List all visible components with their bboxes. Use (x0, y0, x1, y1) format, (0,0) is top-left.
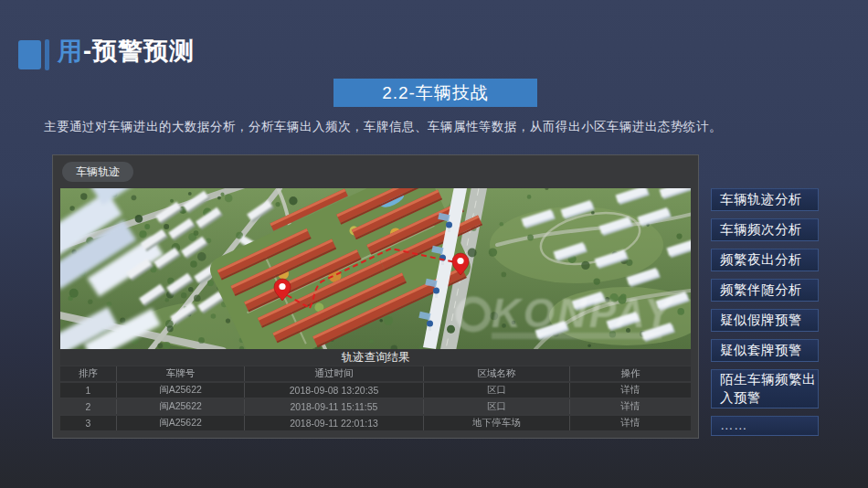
table-row: 1 闽A25622 2018-09-08 13:20:35 区口 详情 (60, 383, 691, 398)
cell-plate: 闽A25622 (117, 383, 245, 398)
aerial-map-graphic: KONPAY (60, 188, 691, 349)
cell-plate: 闽A25622 (117, 399, 245, 414)
page-title: 用-预警预测 (58, 35, 195, 68)
map-image: KONPAY (60, 188, 691, 349)
slide-root: 用-预警预测 2.2-车辆技战 主要通过对车辆进出的大数据分析，分析车辆出入频次… (0, 0, 868, 488)
table-header-row: 排序 车牌号 通过时间 区域名称 操作 (60, 366, 691, 381)
table-row: 2 闽A25622 2018-09-11 15:11:55 区口 详情 (60, 399, 691, 414)
sidebar-item-more[interactable]: …… (711, 416, 819, 436)
sidebar-item-companion-analysis[interactable]: 频繁伴随分析 (711, 279, 819, 302)
sidebar-item-track-analysis[interactable]: 车辆轨迹分析 (711, 188, 819, 211)
cell-area: 地下停车场 (424, 416, 570, 430)
cell-index: 2 (60, 399, 117, 414)
sidebar-item-night-out-analysis[interactable]: 频繁夜出分析 (711, 249, 819, 271)
detail-link[interactable]: 详情 (570, 399, 691, 414)
cell-area: 区口 (424, 399, 570, 414)
watermark-text: KONPAY (492, 291, 674, 335)
description-text: 主要通过对车辆进出的大数据分析，分析车辆出入频次，车牌信息、车辆属性等数据，从而… (44, 119, 830, 135)
detail-link[interactable]: 详情 (570, 383, 691, 398)
cell-area: 区口 (424, 383, 570, 398)
page-title-rest: -预警预测 (83, 37, 195, 65)
col-header-action: 操作 (570, 366, 691, 381)
col-header-plate: 车牌号 (117, 366, 245, 381)
detail-link[interactable]: 详情 (570, 416, 691, 430)
tab-vehicle-track[interactable]: 车辆轨迹 (62, 162, 133, 182)
watermark: KONPAY (459, 291, 674, 339)
sidebar-item-frequency-analysis[interactable]: 车辆频次分析 (711, 218, 819, 241)
vehicle-track-panel: 车辆轨迹 (52, 154, 699, 439)
cell-index: 3 (60, 416, 117, 430)
sidebar-item-fake-plate-alert[interactable]: 疑似假牌预警 (711, 309, 819, 332)
section-banner: 2.2-车辆技战 (333, 79, 537, 107)
col-header-time: 通过时间 (245, 366, 424, 381)
table-row: 3 闽A25622 2018-09-11 22:01:13 地下停车场 详情 (60, 416, 691, 430)
title-accent-bar-icon (45, 39, 49, 70)
cell-plate: 闽A25622 (117, 416, 245, 430)
sidebar-item-stranger-vehicle-alert[interactable]: 陌生车辆频繁出入预警 (711, 369, 819, 408)
page-title-prefix: 用 (58, 37, 83, 65)
sidebar-item-cloned-plate-alert[interactable]: 疑似套牌预警 (711, 339, 819, 362)
table-title: 轨迹查询结果 (60, 349, 691, 366)
col-header-index: 排序 (60, 366, 117, 381)
cell-time: 2018-09-08 13:20:35 (245, 383, 424, 398)
cell-index: 1 (60, 383, 117, 398)
title-accent-square-icon (18, 40, 41, 69)
cell-time: 2018-09-11 15:11:55 (245, 399, 424, 414)
cell-time: 2018-09-11 22:01:13 (245, 416, 424, 430)
col-header-area: 区域名称 (424, 366, 570, 381)
